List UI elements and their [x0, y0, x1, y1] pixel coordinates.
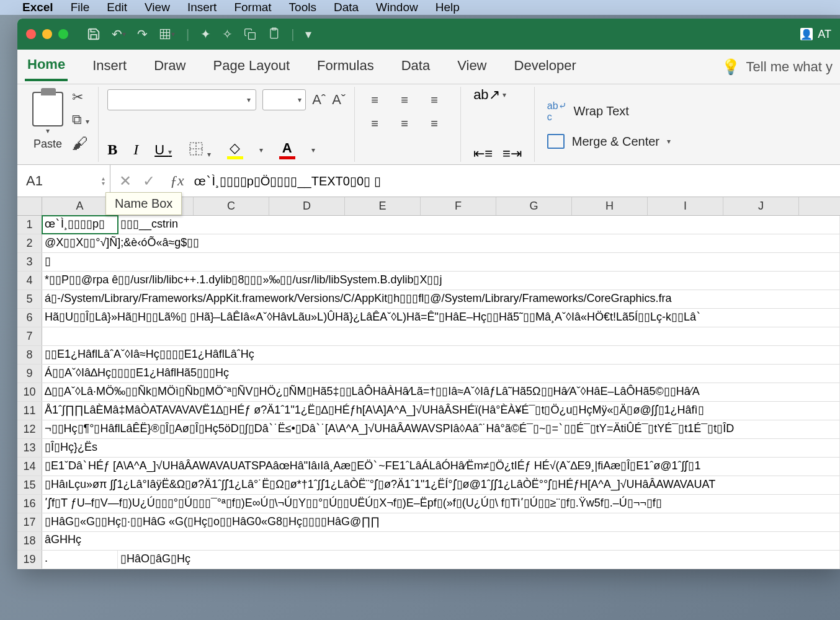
menu-format[interactable]: Format [234, 1, 271, 14]
increase-font-icon[interactable]: Aˆ [312, 92, 326, 108]
fill-color-button[interactable]: ◇ [227, 140, 243, 159]
cell[interactable]: . [42, 551, 118, 569]
tab-draw[interactable]: Draw [151, 54, 188, 80]
row-header[interactable]: 4 [17, 272, 42, 290]
row-header[interactable]: 17 [17, 513, 42, 531]
row-header[interactable]: 16 [17, 495, 42, 513]
zoom-window-button[interactable] [58, 29, 68, 39]
row-header[interactable]: 6 [17, 309, 42, 327]
cell[interactable]: œˋÌ¸▯▯▯▯p▯ [42, 216, 118, 234]
cell[interactable]: ▯HâO▯âG▯Hç [118, 551, 840, 569]
cut-icon[interactable]: ✂︎ [72, 89, 83, 105]
tab-data[interactable]: Data [399, 54, 432, 80]
menu-edit[interactable]: Edit [107, 1, 127, 14]
row-header[interactable]: 7 [17, 327, 42, 345]
align-center-icon[interactable]: ≡ [393, 113, 416, 134]
row-header[interactable]: 18 [17, 532, 42, 550]
font-color-button[interactable]: A [279, 140, 295, 159]
cell[interactable]: ▯HâG▯«G▯▯Hç▯·▯▯HâG «G(▯Hç▯o▯▯HâG0«G8▯Hç▯… [42, 513, 840, 531]
merge-center-button[interactable]: Merge & Center ▾ [547, 134, 671, 149]
col-header-i[interactable]: I [648, 197, 723, 215]
col-header-f[interactable]: F [421, 197, 496, 215]
tab-insert[interactable]: Insert [90, 54, 129, 80]
align-top-icon[interactable]: ≡ [364, 89, 386, 110]
row-header[interactable]: 3 [17, 253, 42, 271]
cell[interactable] [42, 327, 840, 345]
row-header[interactable]: 9 [17, 365, 42, 383]
bold-button[interactable]: B [107, 141, 117, 158]
table-icon[interactable]: ▾ [159, 28, 175, 40]
overflow-icon[interactable]: ▾ [305, 27, 311, 42]
cell[interactable]: Hã▯U▯▯Î▯Lâ}»Hã▯H▯▯Lã%▯ ▯Hã}–LâÊIâ«Aˇ◊Hâv… [42, 309, 840, 327]
name-box-spinner[interactable]: ▴▾ [102, 176, 105, 186]
italic-button[interactable]: I [133, 141, 138, 158]
row-header[interactable]: 13 [17, 439, 42, 457]
cell[interactable]: ▯HâıLçu»øπ ∫ʃ1¿Lâ°IâÿË&Ω▯ø?Ä1ˆ∫ʃ1¿Lâ°˙Ë▯… [42, 476, 840, 494]
decrease-indent-icon[interactable]: ⇤≡ [473, 146, 493, 162]
cell[interactable]: âGHHç [42, 532, 840, 550]
row-header[interactable]: 2 [17, 234, 42, 252]
align-middle-icon[interactable]: ≡ [393, 89, 416, 110]
menu-file[interactable]: File [71, 1, 90, 14]
copy-icon2[interactable]: ⧉ ▾ [72, 112, 89, 128]
col-header-h[interactable]: H [572, 197, 648, 215]
align-left-icon[interactable]: ≡ [364, 113, 386, 134]
row-header[interactable]: 14 [17, 458, 42, 476]
save-icon[interactable] [87, 27, 101, 41]
row-header[interactable]: 15 [17, 476, 42, 494]
tab-developer[interactable]: Developer [512, 54, 579, 80]
increase-indent-icon[interactable]: ≡⇥ [503, 146, 522, 162]
row-header[interactable]: 8 [17, 346, 42, 364]
menu-window[interactable]: Window [376, 1, 418, 14]
redo-icon[interactable]: ↷ [137, 27, 148, 42]
cell[interactable]: ▯▯▯__cstrin [118, 216, 840, 234]
col-header-e[interactable]: E [345, 197, 421, 215]
select-all-corner[interactable] [17, 197, 42, 215]
decrease-font-icon[interactable]: Aˇ [332, 92, 346, 108]
orientation-button[interactable]: ab↗ ▾ [473, 87, 522, 103]
account-icon[interactable]: 👤 [800, 28, 813, 40]
col-header-j[interactable]: J [723, 197, 799, 215]
sparkle-icon[interactable]: ✦ [200, 27, 211, 42]
row-header[interactable]: 12 [17, 420, 42, 438]
row-header[interactable]: 19 [17, 551, 42, 569]
menubar-app-name[interactable]: Excel [22, 1, 53, 14]
sparkle2-icon[interactable]: ✧ [222, 27, 233, 42]
row-header[interactable]: 10 [17, 383, 42, 401]
row-header[interactable]: 11 [17, 402, 42, 420]
menu-tools[interactable]: Tools [289, 1, 316, 14]
align-right-icon[interactable]: ≡ [423, 113, 445, 134]
tab-formulas[interactable]: Formulas [315, 54, 377, 80]
font-family-select[interactable]: ▾ [107, 89, 256, 110]
cell[interactable]: ¬▯▯Hç▯¶°▯HâflLâÊË}®▯Î▯Aø▯Î▯Hç5öD▯∫▯Dâˋ˙Ë… [42, 420, 840, 438]
align-bottom-icon[interactable]: ≡ [423, 89, 445, 110]
close-window-button[interactable] [26, 29, 36, 39]
paste-icon[interactable] [32, 92, 63, 126]
cell[interactable]: ▯ [42, 253, 840, 271]
cell[interactable]: @X▯▯X▯▯°√]Ñ];&è‹óÕ«â≈g$▯▯ [42, 234, 840, 252]
cell[interactable]: Á▯▯Aˇ◊Iâ∆Hç▯▯▯▯E1¿HâflHã5▯▯▯Hç [42, 365, 840, 383]
col-header-c[interactable]: C [194, 197, 269, 215]
minimize-window-button[interactable] [42, 29, 52, 39]
row-header[interactable]: 5 [17, 290, 42, 308]
cell[interactable]: ▯Î▯Hç}¿Ës [42, 439, 840, 457]
col-header-d[interactable]: D [269, 197, 345, 215]
row-header[interactable]: 1 [17, 216, 42, 234]
formula-input[interactable]: œˋÌ¸▯▯▯▯p▯Ö▯▯▯▯__TEXT0▯0▯ ▯ [190, 174, 840, 188]
tab-home[interactable]: Home [25, 53, 68, 81]
cell[interactable]: *▯▯P▯▯@rpa ê▯▯/usr/lib/libc++.1.dylib▯8▯… [42, 272, 840, 290]
tab-page-layout[interactable]: Page Layout [211, 54, 293, 80]
borders-button[interactable]: ▾ [188, 141, 210, 159]
tab-view[interactable]: View [455, 54, 489, 80]
undo-icon[interactable]: ↶ ▾ [112, 27, 126, 42]
menu-data[interactable]: Data [334, 1, 359, 14]
cell[interactable]: á▯-/System/Library/Frameworks/AppKit.fra… [42, 290, 840, 308]
menu-view[interactable]: View [145, 1, 170, 14]
cell[interactable]: ∆▯▯Aˇ◊Lâ·MÖ‰▯▯Ñk▯MÖì▯Ñb▯MÖˆª▯ÑV▯HÖ¿▯ÑM▯H… [42, 383, 840, 401]
format-painter-icon[interactable]: 🖌 [72, 134, 88, 153]
col-header-g[interactable]: G [496, 197, 572, 215]
tell-me[interactable]: 💡 Tell me what y [722, 58, 833, 76]
fx-icon[interactable]: ƒx [164, 172, 190, 189]
cell[interactable]: ▯▯E1¿HâflLâˆAˇ◊Iâ≈Hç▯▯▯▯E1¿HâflLâˆHç [42, 346, 840, 364]
font-size-select[interactable]: ▾ [262, 89, 306, 110]
